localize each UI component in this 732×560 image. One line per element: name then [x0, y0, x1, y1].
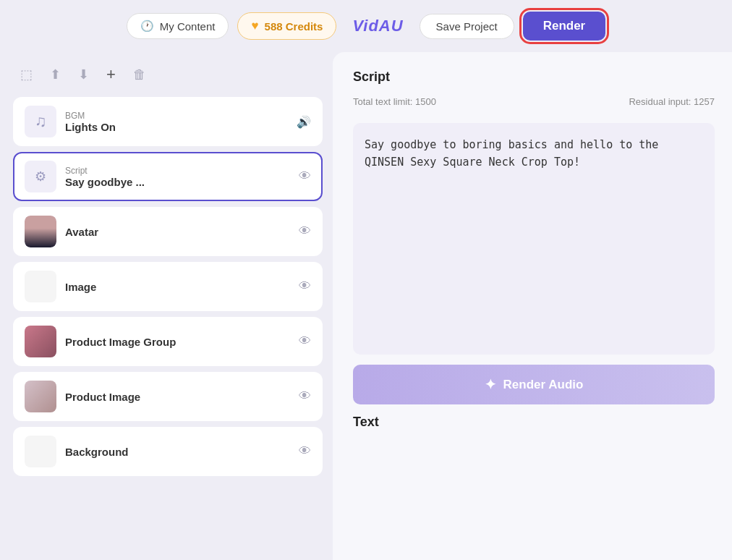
heart-icon: ♥ — [251, 19, 258, 33]
eye-icon-background[interactable]: 👁 — [299, 444, 311, 459]
product-image-name-label: Product Image — [65, 391, 290, 403]
avatar-name-label: Avatar — [65, 226, 290, 238]
bgm-type-label: BGM — [65, 111, 288, 121]
bgm-thumb: ♫ — [25, 106, 56, 137]
eye-icon-image[interactable]: 👁 — [299, 279, 311, 294]
image-info: Image — [65, 281, 290, 293]
residual-input-label: Residual input: 1257 — [629, 96, 715, 107]
render-audio-button[interactable]: ✦ Render Audio — [353, 365, 715, 404]
credits-button[interactable]: ♥ 588 Credits — [237, 12, 336, 40]
product-group-info: Product Image Group — [65, 336, 290, 348]
bgm-info: BGM Lights On — [65, 111, 288, 133]
script-name-label: Say goodbye ... — [65, 176, 290, 188]
layer-item-script[interactable]: ⚙ Script Say goodbye ... 👁 — [13, 152, 323, 201]
right-panel: Script Total text limit: 1500 Residual i… — [333, 52, 732, 560]
script-section-title: Script — [353, 69, 715, 85]
text-section-title: Text — [353, 415, 715, 430]
script-icon: ⚙ — [35, 169, 46, 184]
eye-icon-avatar[interactable]: 👁 — [299, 224, 311, 239]
layer-item-avatar[interactable]: Avatar 👁 — [13, 207, 323, 256]
product-image-thumb — [25, 381, 56, 412]
avatar-thumb — [25, 216, 56, 247]
script-thumb: ⚙ — [25, 161, 56, 192]
avatar-figure — [25, 216, 56, 247]
layer-list: ♫ BGM Lights On 🔊 ⚙ Script Say goodbye .… — [10, 97, 325, 476]
product-image-info: Product Image — [65, 391, 290, 403]
background-thumb — [25, 436, 56, 467]
delete-icon[interactable]: 🗑 — [130, 64, 149, 85]
eye-icon-product-group[interactable]: 👁 — [299, 334, 311, 349]
music-icon: ♫ — [35, 112, 47, 131]
align-down-icon[interactable]: ⬇ — [75, 64, 92, 85]
align-up-icon[interactable]: ⬆ — [47, 64, 64, 85]
script-textarea[interactable] — [353, 123, 715, 355]
script-meta: Total text limit: 1500 Residual input: 1… — [353, 96, 715, 107]
clock-icon: 🕐 — [140, 20, 154, 33]
layer-item-bgm[interactable]: ♫ BGM Lights On 🔊 — [13, 97, 323, 146]
credits-label: 588 Credits — [265, 20, 323, 33]
left-panel: ⬚ ⬆ ⬇ + 🗑 ♫ BGM Lights On 🔊 — [0, 52, 333, 560]
header: 🕐 My Content ♥ 588 Credits VidAU Save Pr… — [0, 0, 732, 52]
my-content-label: My Content — [160, 20, 216, 33]
eye-icon-product-image[interactable]: 👁 — [299, 389, 311, 404]
image-thumb — [25, 271, 56, 302]
background-info: Background — [65, 446, 290, 458]
total-text-limit-label: Total text limit: 1500 — [353, 96, 436, 107]
background-name-label: Background — [65, 446, 290, 458]
render-audio-label: Render Audio — [503, 378, 584, 392]
render-button[interactable]: Render — [523, 12, 606, 41]
image-name-label: Image — [65, 281, 290, 293]
eye-icon-script[interactable]: 👁 — [299, 169, 311, 184]
copy-icon[interactable]: ⬚ — [17, 64, 35, 85]
render-label: Render — [543, 19, 586, 33]
bgm-name-label: Lights On — [65, 121, 288, 133]
layer-item-image[interactable]: Image 👁 — [13, 262, 323, 311]
add-layer-icon[interactable]: + — [103, 62, 119, 87]
my-content-button[interactable]: 🕐 My Content — [127, 13, 229, 39]
avatar-info: Avatar — [65, 226, 290, 238]
script-info: Script Say goodbye ... — [65, 166, 290, 188]
toolbar: ⬚ ⬆ ⬇ + 🗑 — [10, 59, 325, 97]
vidau-logo: VidAU — [345, 17, 410, 35]
product-group-thumb — [25, 326, 56, 357]
save-project-button[interactable]: Save Project — [420, 14, 514, 39]
volume-icon[interactable]: 🔊 — [297, 115, 311, 129]
sparkle-icon: ✦ — [485, 376, 496, 393]
layer-item-product-group[interactable]: Product Image Group 👁 — [13, 317, 323, 366]
layer-item-background[interactable]: Background 👁 — [13, 427, 323, 476]
script-type-label: Script — [65, 166, 290, 176]
product-group-name-label: Product Image Group — [65, 336, 290, 348]
layer-item-product-image[interactable]: Product Image 👁 — [13, 372, 323, 421]
main-layout: ⬚ ⬆ ⬇ + 🗑 ♫ BGM Lights On 🔊 — [0, 52, 732, 560]
save-project-label: Save Project — [436, 20, 498, 33]
